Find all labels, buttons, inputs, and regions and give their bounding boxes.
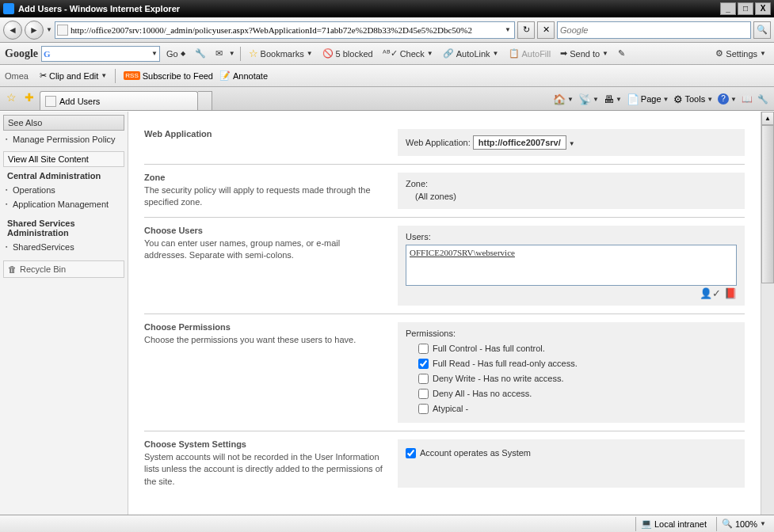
sidebar-item-shared-services[interactable]: SharedServices — [3, 240, 124, 254]
google-toolbar: Google G▼ Go◆ 🔧 ✉ ▼ ☆Bookmarks▼ 🚫 5 bloc… — [0, 43, 774, 65]
users-heading: Choose Users — [144, 226, 385, 235]
users-textarea[interactable]: OFFICE2007SRV\webservice — [406, 245, 737, 286]
back-button[interactable]: ◄ — [3, 21, 22, 40]
tab-add-users[interactable]: Add Users — [40, 91, 198, 110]
vertical-scrollbar[interactable]: ▲ ▼ — [761, 112, 774, 532]
permission-label: Full Control - Has full control. — [433, 344, 545, 353]
webapp-dropdown[interactable]: ▼ — [569, 140, 575, 147]
ie-icon — [3, 3, 14, 14]
webapp-selector[interactable]: http://office2007srv/ — [473, 135, 566, 150]
scroll-up-button[interactable]: ▲ — [761, 112, 774, 125]
bookmarks-button[interactable]: ☆Bookmarks▼ — [246, 46, 316, 61]
sidebar: See Also Manage Permission Policy View A… — [0, 112, 128, 532]
favorites-button[interactable]: ☆ — [3, 91, 19, 107]
nav-history-dropdown[interactable]: ▼ — [46, 26, 52, 33]
forward-button[interactable]: ► — [25, 21, 44, 40]
address-dropdown[interactable]: ▼ — [503, 26, 513, 33]
zone-value: (All zones) — [415, 192, 737, 201]
settings-button[interactable]: ⚙ Settings▼ — [712, 47, 769, 60]
annotate-button[interactable]: 📝 Annotate — [219, 70, 268, 81]
main-form: Web Application Web Application: http://… — [128, 112, 761, 532]
window-titlebar: Add Users - Windows Internet Explorer _ … — [0, 0, 774, 17]
popup-blocked-button[interactable]: 🚫 5 blocked — [319, 47, 376, 60]
browse-users-icon[interactable]: 📕 — [724, 287, 737, 299]
permission-checkbox-1[interactable] — [418, 359, 429, 369]
search-box[interactable] — [557, 21, 751, 39]
permission-label: Atypical - — [433, 404, 468, 413]
sidebar-item-operations[interactable]: Operations — [3, 183, 124, 197]
account-system-checkbox[interactable] — [406, 448, 416, 458]
maximize-button[interactable]: □ — [738, 2, 753, 15]
google-go-button[interactable]: Go◆ — [163, 48, 189, 60]
status-bar: 💻 Local intranet 🔍 100% ▼ — [0, 515, 774, 532]
omea-label: Omea — [5, 71, 29, 81]
sendto-button[interactable]: ➡ Send to▼ — [557, 47, 612, 60]
recycle-bin[interactable]: 🗑Recycle Bin — [3, 260, 124, 278]
permission-label: Deny All - Has no access. — [433, 389, 532, 398]
tab-title: Add Users — [59, 97, 100, 106]
webapp-label: Web Application: — [406, 138, 471, 147]
permission-checkbox-4[interactable] — [418, 404, 429, 414]
google-g-icon: G — [44, 49, 51, 59]
section-permissions: Choose Permissions Choose the permission… — [144, 314, 745, 431]
autofill-button[interactable]: 📋 AutoFill — [505, 47, 555, 60]
home-button[interactable]: 🏠▼ — [551, 90, 576, 108]
content-area: See Also Manage Permission Policy View A… — [0, 111, 774, 532]
perms-label: Permissions: — [406, 329, 737, 338]
sidebar-item-app-management[interactable]: Application Management — [3, 197, 124, 211]
sidebar-item-manage-permission[interactable]: Manage Permission Policy — [3, 132, 124, 146]
add-favorites-button[interactable]: ✚ — [21, 91, 37, 107]
minimize-button[interactable]: _ — [720, 2, 736, 15]
see-also-header: See Also — [3, 115, 124, 131]
feeds-button[interactable]: 📡▼ — [576, 90, 601, 108]
scroll-thumb[interactable] — [761, 125, 774, 283]
address-bar[interactable]: ▼ — [55, 21, 515, 39]
sidebar-item-view-all[interactable]: View All Site Content — [3, 151, 124, 167]
status-zone: 💻 Local intranet — [635, 517, 711, 531]
permission-label: Full Read - Has full read-only access. — [433, 359, 578, 368]
page-menu-button[interactable]: 📄Page ▼ — [624, 90, 672, 108]
tab-bar: ☆ ✚ Add Users 🏠▼ 📡▼ 🖶▼ 📄Page ▼ ⚙Tools ▼ … — [0, 87, 774, 111]
system-desc: System accounts will not be recorded in … — [144, 451, 385, 488]
help-button[interactable]: ?▼ — [715, 90, 739, 108]
highlight-icon[interactable]: ✎ — [615, 47, 628, 60]
check-names-icon[interactable]: 👤✓ — [700, 287, 721, 299]
zone-heading: Zone — [144, 173, 385, 182]
spellcheck-button[interactable]: ᴬᴮ✓ Check ▼ — [379, 47, 437, 60]
permission-checkbox-0[interactable] — [418, 344, 429, 354]
window-title: Add Users - Windows Internet Explorer — [18, 4, 180, 13]
section-system-settings: Choose System Settings System accounts w… — [144, 431, 745, 496]
autolink-button[interactable]: 🔗 AutoLink ▼ — [440, 47, 502, 60]
perms-desc: Choose the permissions you want these us… — [144, 334, 385, 346]
users-desc: You can enter user names, group names, o… — [144, 238, 385, 262]
zoom-control[interactable]: 🔍 100% ▼ — [716, 517, 771, 531]
stop-button[interactable]: ✕ — [537, 21, 555, 39]
permission-checkbox-2[interactable] — [418, 374, 429, 384]
section-users: Choose Users You can enter user names, g… — [144, 217, 745, 314]
close-button[interactable]: X — [755, 2, 771, 15]
google-tool-icon[interactable]: 🔧 — [192, 47, 209, 60]
google-logo: Google — [5, 48, 38, 60]
research-icon[interactable]: 📖 — [739, 90, 755, 108]
google-search-box[interactable]: G▼ — [41, 46, 160, 62]
search-go-button[interactable]: 🔍 — [753, 21, 771, 39]
tool-icon[interactable]: 🔧 — [755, 90, 771, 108]
permission-checkbox-3[interactable] — [418, 389, 429, 399]
recycle-icon: 🗑 — [8, 264, 17, 274]
webapp-heading: Web Application — [144, 129, 385, 139]
print-button[interactable]: 🖶▼ — [601, 90, 624, 108]
search-input[interactable] — [560, 25, 748, 35]
account-system-label: Account operates as System — [420, 448, 531, 458]
tools-menu-button[interactable]: ⚙Tools ▼ — [671, 90, 715, 108]
new-tab-button[interactable] — [198, 91, 212, 110]
google-mail-icon[interactable]: ✉ — [212, 47, 226, 60]
zone-label: Zone: — [406, 179, 737, 188]
refresh-button[interactable]: ↻ — [517, 21, 535, 39]
subscribe-feed-button[interactable]: RSS Subscribe to Feed — [124, 71, 213, 81]
permission-row: Deny Write - Has no write access. — [406, 371, 737, 386]
clip-and-edit-button[interactable]: ✂ Clip and Edit ▼ — [40, 70, 107, 81]
permission-row: Deny All - Has no access. — [406, 386, 737, 401]
page-icon — [57, 25, 68, 36]
permission-label: Deny Write - Has no write access. — [433, 374, 563, 383]
url-input[interactable] — [71, 25, 503, 35]
